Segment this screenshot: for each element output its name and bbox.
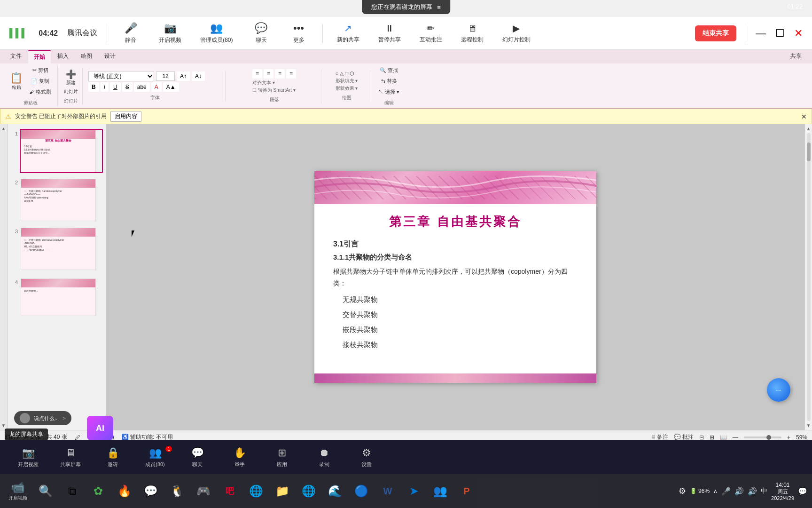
settings-taskbar-icon[interactable]: ⚙ (679, 486, 686, 496)
slideshow-control-button[interactable]: ▶ 幻灯片控制 (498, 20, 535, 47)
zoom-slider[interactable] (744, 437, 781, 438)
notification-icon[interactable]: 💬 (798, 487, 807, 496)
chat-bubble[interactable]: 说点什么... > (14, 411, 71, 425)
pause-share-button[interactable]: ⏸ 暂停共享 (374, 20, 406, 47)
floating-action-button[interactable]: — (767, 378, 790, 402)
font-size-input[interactable] (156, 71, 175, 81)
zoom-slider-thumb[interactable] (766, 435, 771, 440)
new-slide-button[interactable]: ➕ 新建 (63, 68, 78, 87)
left-scrollbar[interactable]: ▲ ▼ (0, 124, 8, 430)
taskbar-browser3[interactable]: 🔵 (350, 483, 373, 500)
select-button[interactable]: ↖ 选择 ▾ (376, 87, 402, 97)
enable-content-button[interactable]: 启用内容 (110, 111, 141, 122)
scroll-up-button[interactable]: ▲ (806, 126, 811, 131)
minimize-button[interactable]: — (756, 27, 766, 40)
shadow-button[interactable]: abe (134, 82, 150, 92)
taskbar-ppt[interactable]: P (455, 484, 478, 499)
network-taskbar-icon[interactable]: 🔊 (734, 487, 744, 496)
chat-button[interactable]: 💬 聊天 (247, 19, 275, 47)
zoom-level[interactable]: 59% (796, 434, 807, 441)
taskbar-files[interactable]: 📁 (271, 483, 294, 500)
tab-share[interactable]: 共享 (785, 50, 807, 64)
scroll-down-button[interactable]: ▼ (806, 423, 811, 428)
taskbar-tieba[interactable]: 吧 (218, 484, 242, 499)
view-slide-button[interactable]: ⊞ (710, 434, 714, 441)
taskbar-arrow[interactable]: ➤ (402, 483, 426, 500)
bm-screenshare-button[interactable]: 🖥 共享屏幕 (56, 447, 85, 468)
taskbar-word[interactable]: W (376, 484, 399, 499)
taskbar-game[interactable]: 🎮 (192, 483, 215, 500)
slide-thumb-1[interactable]: 第三章 自由基共聚合 3.1引言3.1.1共聚物的分类与命名根据共聚物大分子链中… (20, 129, 103, 173)
cut-button[interactable]: ✂ 剪切 (27, 65, 54, 75)
align-left-button[interactable]: ≡ (252, 69, 262, 79)
align-center-button[interactable]: ≡ (264, 69, 273, 79)
font-name-select[interactable]: 等线 (正文) (88, 71, 154, 81)
taskbar-screenshare[interactable]: 📹 开启视频 (5, 479, 31, 503)
justify-button[interactable]: ≡ (286, 69, 296, 79)
tab-design[interactable]: 设计 (99, 50, 121, 64)
format-painter-button[interactable]: 🖌 格式刷 (27, 87, 54, 97)
zoom-minus-button[interactable]: — (733, 434, 738, 441)
italic-button[interactable]: I (101, 82, 109, 92)
view-normal-button[interactable]: ⊟ (699, 434, 704, 441)
font-grow-button[interactable]: A↑ (177, 71, 190, 81)
taskbar-qq[interactable]: 🐧 (165, 483, 189, 500)
more-button[interactable]: ••• 更多 (285, 19, 313, 47)
slide-thumb-3[interactable]: 三、交替共聚物: alternative copolymer -ABABAB- … (20, 227, 103, 271)
tab-insert[interactable]: 插入 (52, 50, 74, 64)
chevron-up-icon[interactable]: ∧ (713, 488, 718, 494)
bm-members-button[interactable]: 👥 成员(80) 1 (141, 447, 169, 468)
taskbar-teams[interactable]: 👥 (429, 483, 452, 500)
tab-home[interactable]: 开始 (28, 50, 51, 64)
volume-taskbar-icon[interactable]: 🔊 (748, 487, 757, 496)
taskbar-clock[interactable]: 14:01 周五 2022/4/29 (771, 482, 794, 501)
slide-thumb-4[interactable]: 嵌段共聚物... (20, 278, 103, 317)
bm-chat-button[interactable]: 💬 聊天 (183, 447, 211, 468)
strikethrough-button[interactable]: S (122, 82, 133, 92)
main-slide-canvas[interactable]: 第三章 自由基共聚合 3.1引言 3.1.1共聚物的分类与命名 根据共聚物大分子… (314, 171, 596, 383)
highlight-button[interactable]: A▲ (163, 82, 179, 92)
members-button[interactable]: 👥 管理成员(80) (195, 19, 237, 47)
warning-close-button[interactable]: ✕ (801, 113, 807, 120)
font-shrink-button[interactable]: A↓ (192, 71, 205, 81)
mute-button[interactable]: 🎤 静音 (117, 19, 145, 47)
scroll-up-arrow[interactable]: ▲ (1, 126, 6, 131)
slide-thumbnail-4[interactable]: 4 嵌段共聚物... (9, 277, 104, 318)
scroll-down-arrow[interactable]: ▼ (1, 423, 6, 428)
bm-settings-button[interactable]: ⚙ 设置 (352, 447, 381, 468)
find-button[interactable]: 🔍 查找 (376, 65, 402, 75)
font-color-button[interactable]: A (151, 82, 162, 92)
bold-button[interactable]: B (88, 82, 99, 92)
taskbar-search[interactable]: 🔍 (34, 483, 57, 500)
tab-draw[interactable]: 绘图 (75, 50, 98, 64)
taskbar-edge[interactable]: 🌐 (297, 483, 320, 500)
zoom-plus-button[interactable]: + (787, 434, 790, 441)
bm-video-button[interactable]: 📷 开启视频 (14, 447, 42, 468)
taskbar-fan[interactable]: ✿ (86, 483, 110, 500)
ime-indicator[interactable]: 中 (761, 487, 767, 495)
slide-thumb-2[interactable]: 一、无规共聚物: Random copolymer ~~AABABBA~~ AA… (20, 178, 103, 222)
close-button[interactable]: ✕ (794, 27, 803, 40)
bm-security-button[interactable]: 🔒 邀请 (99, 447, 127, 468)
interact-button[interactable]: ✏ 互动批注 (415, 20, 447, 47)
slide-thumbnail-2[interactable]: 2 一、无规共聚物: Random copolymer ~~AABABBA~~ … (9, 177, 104, 223)
underline-button[interactable]: U (110, 82, 121, 92)
paste-button[interactable]: 📋 粘贴 (8, 71, 25, 92)
scroll-thumb[interactable] (807, 143, 811, 161)
right-scrollbar[interactable]: ▲ ▼ (804, 124, 812, 430)
bm-apps-button[interactable]: ⊞ 应用 (268, 447, 296, 468)
ai-badge[interactable]: Ai (87, 416, 113, 440)
scroll-track[interactable] (807, 133, 811, 421)
replace-button[interactable]: ⇆ 替换 (376, 76, 402, 86)
taskbar-ie[interactable]: 🌐 (244, 483, 268, 500)
mic-taskbar-icon[interactable]: 🎤 (721, 487, 731, 496)
taskbar-browser2[interactable]: 🌊 (323, 483, 347, 500)
align-right-button[interactable]: ≡ (275, 69, 285, 79)
end-share-button[interactable]: 结束共享 (695, 25, 736, 41)
taskbar-phoenix[interactable]: 🔥 (113, 483, 136, 500)
remote-control-button[interactable]: 🖥 远程控制 (456, 20, 488, 47)
bm-gesture-button[interactable]: ✋ 举手 (226, 447, 254, 468)
video-button[interactable]: 📷 开启视频 (154, 19, 186, 47)
taskbar-wechat[interactable]: 💬 (139, 483, 163, 500)
maximize-button[interactable]: ☐ (775, 27, 785, 40)
